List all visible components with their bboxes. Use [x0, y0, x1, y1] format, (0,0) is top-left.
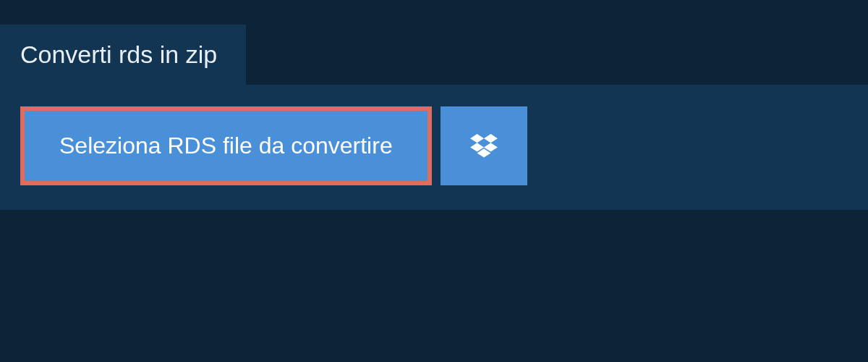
dropbox-icon	[470, 134, 498, 159]
select-file-button-label: Seleziona RDS file da convertire	[59, 132, 393, 159]
tab-label: Converti rds in zip	[20, 41, 217, 68]
conversion-panel: Seleziona RDS file da convertire	[0, 85, 868, 210]
conversion-tab[interactable]: Converti rds in zip	[0, 25, 246, 85]
button-row: Seleziona RDS file da convertire	[20, 106, 848, 185]
select-file-button[interactable]: Seleziona RDS file da convertire	[20, 106, 432, 185]
dropbox-button[interactable]	[441, 106, 527, 185]
